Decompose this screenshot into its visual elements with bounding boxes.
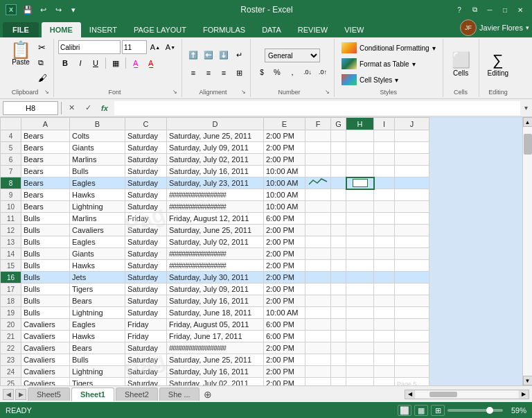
- cell-a16[interactable]: Bulls: [21, 272, 70, 284]
- cell-g8[interactable]: [331, 177, 346, 189]
- col-header-e[interactable]: E: [264, 118, 305, 130]
- cell-e13[interactable]: 2:00 PM: [264, 236, 305, 248]
- cell-c5[interactable]: Saturday: [125, 142, 167, 154]
- cell-d25[interactable]: Saturday, July 02, 2011: [167, 378, 264, 386]
- cell-f22[interactable]: [305, 342, 331, 354]
- cell-g21[interactable]: [331, 331, 346, 342]
- cell-c17[interactable]: Saturday: [125, 284, 167, 295]
- cell-g15[interactable]: [331, 260, 346, 272]
- tab-file[interactable]: FILE: [3, 22, 39, 37]
- cell-f4[interactable]: [305, 130, 331, 142]
- editing-button[interactable]: ∑ Editing: [484, 50, 513, 78]
- cell-d13[interactable]: Saturday, July 02, 2011: [167, 236, 264, 248]
- insert-function-btn[interactable]: fx: [98, 101, 112, 115]
- tab-review[interactable]: REVIEW: [290, 22, 336, 37]
- cell-c18[interactable]: Saturday: [125, 295, 167, 307]
- cell-c15[interactable]: Saturday: [125, 260, 167, 272]
- cell-h16[interactable]: [346, 272, 374, 284]
- cell-h7[interactable]: [346, 166, 374, 177]
- cell-j14[interactable]: [395, 248, 429, 260]
- decrease-font-btn[interactable]: A▼: [163, 40, 177, 54]
- cell-b13[interactable]: Eagles: [70, 236, 125, 248]
- tab-scroll-left-btn[interactable]: ◀: [3, 389, 14, 400]
- cell-h13[interactable]: [346, 236, 374, 248]
- cell-e25[interactable]: 2:00 PM: [264, 378, 305, 386]
- currency-btn[interactable]: $: [255, 65, 269, 79]
- cell-g25[interactable]: [331, 378, 346, 386]
- cell-c10[interactable]: Saturday: [125, 201, 167, 213]
- cell-i17[interactable]: [374, 284, 395, 295]
- align-left-btn[interactable]: ≡: [186, 66, 200, 80]
- name-box[interactable]: [3, 101, 58, 115]
- cell-d18[interactable]: Saturday, July 16, 2011: [167, 295, 264, 307]
- row-num-13[interactable]: 13: [1, 236, 21, 248]
- cell-g23[interactable]: [331, 354, 346, 366]
- number-expand-icon[interactable]: ↘: [325, 89, 330, 95]
- fill-color-button[interactable]: A̲: [129, 56, 143, 70]
- cell-a21[interactable]: Cavaliers: [21, 331, 70, 342]
- cell-e21[interactable]: 6:00 PM: [264, 331, 305, 342]
- cell-f18[interactable]: [305, 295, 331, 307]
- cell-e4[interactable]: 2:00 PM: [264, 130, 305, 142]
- cell-h12[interactable]: [346, 225, 374, 236]
- row-num-15[interactable]: 15: [1, 260, 21, 272]
- row-num-14[interactable]: 14: [1, 248, 21, 260]
- cell-j17[interactable]: [395, 284, 429, 295]
- cell-c4[interactable]: Saturday: [125, 130, 167, 142]
- cell-i14[interactable]: [374, 248, 395, 260]
- cell-e24[interactable]: 2:00 PM: [264, 366, 305, 378]
- cell-c14[interactable]: Saturday: [125, 248, 167, 260]
- row-num-7[interactable]: 7: [1, 166, 21, 177]
- cell-f16[interactable]: [305, 272, 331, 284]
- underline-button[interactable]: U: [89, 56, 103, 70]
- cell-j8[interactable]: [395, 177, 429, 189]
- cell-h18[interactable]: [346, 295, 374, 307]
- cell-f6[interactable]: [305, 154, 331, 166]
- cell-c8[interactable]: Saturday: [125, 177, 167, 189]
- cell-j15[interactable]: [395, 260, 429, 272]
- cut-button[interactable]: ✂: [36, 40, 49, 54]
- col-header-g[interactable]: G: [331, 118, 346, 130]
- cell-h14[interactable]: [346, 248, 374, 260]
- row-num-17[interactable]: 17: [1, 284, 21, 295]
- font-name-input[interactable]: [58, 40, 121, 54]
- cell-i11[interactable]: [374, 213, 395, 225]
- increase-font-btn[interactable]: A▲: [148, 40, 162, 54]
- align-top-btn[interactable]: ⬆️: [186, 48, 200, 62]
- formula-input[interactable]: [114, 101, 520, 115]
- cell-h15[interactable]: [346, 260, 374, 272]
- cell-j9[interactable]: [395, 189, 429, 201]
- cell-d11[interactable]: Friday, August 12, 2011: [167, 213, 264, 225]
- cell-a10[interactable]: Bears: [21, 201, 70, 213]
- cell-h19[interactable]: [346, 307, 374, 319]
- cell-b14[interactable]: Giants: [70, 248, 125, 260]
- cell-c7[interactable]: Saturday: [125, 166, 167, 177]
- cell-h25[interactable]: [346, 378, 374, 386]
- cell-f25[interactable]: [305, 378, 331, 386]
- cell-i21[interactable]: [374, 331, 395, 342]
- cell-f9[interactable]: [305, 189, 331, 201]
- cell-h20[interactable]: [346, 319, 374, 331]
- cell-a22[interactable]: Cavaliers: [21, 342, 70, 354]
- vertical-scrollbar[interactable]: ▲ ▼: [522, 117, 532, 385]
- cell-b21[interactable]: Hawks: [70, 331, 125, 342]
- h-scroll-left-btn[interactable]: ◀: [405, 390, 415, 399]
- confirm-formula-btn[interactable]: ✓: [81, 101, 95, 115]
- cell-j20[interactable]: [395, 319, 429, 331]
- cell-j25[interactable]: Page 5: [395, 378, 429, 386]
- tab-page-layout[interactable]: PAGE LAYOUT: [125, 22, 195, 37]
- cell-i24[interactable]: [374, 366, 395, 378]
- row-num-22[interactable]: 22: [1, 342, 21, 354]
- cell-a23[interactable]: Cavaliers: [21, 354, 70, 366]
- cell-a13[interactable]: Bulls: [21, 236, 70, 248]
- sheet-tab-1[interactable]: Sheet1: [71, 387, 114, 401]
- cell-c6[interactable]: Saturday: [125, 154, 167, 166]
- row-num-10[interactable]: 10: [1, 201, 21, 213]
- undo-quick-btn[interactable]: ↩: [36, 3, 50, 17]
- row-num-16[interactable]: 16: [1, 272, 21, 284]
- row-num-18[interactable]: 18: [1, 295, 21, 307]
- cell-e5[interactable]: 2:00 PM: [264, 142, 305, 154]
- font-color-button[interactable]: A̲: [144, 56, 158, 70]
- cell-j10[interactable]: [395, 201, 429, 213]
- scroll-down-btn[interactable]: ▼: [523, 376, 533, 385]
